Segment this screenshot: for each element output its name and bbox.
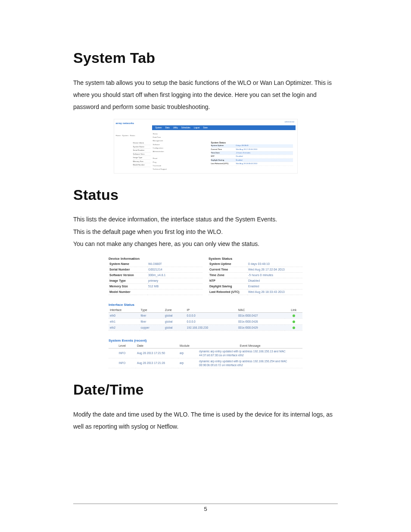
document-page: System Tab The system tab allows you to …	[0, 0, 411, 532]
iface-col-header: Link	[285, 308, 302, 313]
status-row: Time Zone-5 hours 0 minutes	[211, 151, 293, 155]
topnav-item: System	[156, 125, 162, 130]
submenu-item: Software	[153, 143, 172, 146]
iface-row: eth0fiberglobal0.0.0.0001e.f000.0427	[109, 312, 302, 318]
link-up-icon	[293, 314, 295, 317]
topnav-item: Logout	[194, 125, 200, 130]
kv-row: Software Version300m_v4.8.1	[109, 272, 202, 278]
topnav-item: Stats	[165, 125, 170, 130]
kv-row: Image Typeprimary	[109, 278, 202, 283]
screenshot-status: Device Information System NameWLO880TSer…	[109, 256, 302, 368]
link-up-icon	[293, 327, 295, 329]
submenu-item: Status	[153, 132, 172, 136]
interface-status-title: Interface Status	[109, 303, 302, 307]
page-footer: 5	[73, 504, 338, 512]
status-row: NTPDisabled	[211, 155, 293, 158]
system-status-title: System Status	[209, 256, 302, 261]
system-events-title: System Events (recent)	[109, 339, 302, 342]
interface-status-table: InterfaceTypeZoneIPMACLinketh0fibergloba…	[109, 308, 302, 331]
iface-row: eth1fiberglobal0.0.0.0001e.f000.0428	[109, 318, 302, 324]
paragraph-system-tab: The system tab allows you to setup the b…	[73, 77, 338, 113]
topnav-item: Save	[203, 125, 208, 130]
screenshot-system-tab: array networks administrator SystemStats…	[114, 119, 298, 174]
event-row: INFOAug 28 2013 17:21:28arpdynamic arp e…	[109, 358, 302, 368]
kv-row: System Uptime0 days 03:48:10	[209, 261, 302, 267]
kv-row: Model Number	[109, 289, 202, 295]
event-col-header: Module	[178, 343, 198, 348]
page-number: 5	[204, 506, 207, 512]
device-information-table: System NameWLO880TSerial NumberG0021214S…	[109, 261, 202, 295]
topnav-item: Utility	[173, 125, 178, 130]
submenu-item: Date/Time	[153, 136, 172, 139]
submenu-item: Administration	[153, 150, 172, 153]
event-row: INFOAug 28 2013 17:21:50arpdynamic arp e…	[109, 348, 302, 358]
system-status-table: System Uptime0 days 03:48:10Current Time…	[209, 261, 302, 295]
kv-row: Current TimeWed Aug 28 17:22:04 2013	[209, 267, 302, 272]
event-col-header: Event Message	[198, 343, 302, 348]
device-info-label: Image Type	[133, 156, 150, 160]
system-events-table: LevelDateModuleEvent MessageINFOAug 28 2…	[109, 343, 302, 368]
device-information-block: Device Information System NameWLO880TSer…	[109, 256, 202, 295]
submenu-item: Technical Support	[153, 168, 172, 171]
submenu-item: Reset	[153, 157, 172, 160]
device-info-labels: Device InformSystem NameSerial NumberSof…	[133, 141, 150, 167]
device-information-title: Device Information	[109, 256, 202, 261]
device-info-label: System Name	[133, 145, 150, 149]
submenu-item: Configuration	[153, 146, 172, 150]
kv-row: System NameWLO880T	[109, 261, 202, 267]
device-info-label: Software Versi	[133, 152, 150, 156]
device-info-label: Serial Number	[133, 149, 150, 152]
iface-col-header: Type	[140, 308, 164, 313]
paragraph-date-time: Modify the date and time used by the WLO…	[73, 408, 338, 432]
device-info-label: Model Number	[133, 163, 150, 167]
system-status-block: System Status System Uptime0 days 03:48:…	[209, 256, 302, 295]
kv-row: Daylight SavingEnabled	[209, 283, 302, 289]
paragraph-status-2: This is the default page when you first …	[73, 226, 338, 238]
kv-row: NTPDisabled	[209, 278, 302, 283]
status-row: Daylight SavingEnabled	[211, 159, 293, 162]
submenu-item: Traceroute	[153, 164, 172, 168]
system-status-table: System Uptime0 days 03:08:49Current Time…	[211, 144, 293, 166]
breadcrumb: Home : System : Status	[116, 134, 135, 137]
device-info-label: Device Inform	[133, 141, 150, 145]
topnav-item: Schedules	[181, 125, 190, 130]
iface-row: eth2copperglobal192.168.150.230001e.f000…	[109, 324, 302, 330]
status-row: System Uptime0 days 03:08:49	[211, 144, 293, 148]
submenu-item: Ping	[153, 161, 172, 164]
status-row: Last Rebooted (UTC)Wed Aug 28 18:33:43 2…	[211, 162, 293, 165]
panel-title: System Status	[211, 141, 293, 144]
submenu-item	[153, 153, 172, 157]
status-row: Current TimeWed Aug 28 17:20:34 2013	[211, 148, 293, 151]
iface-col-header: Zone	[164, 308, 186, 313]
kv-row: Time Zone-5 hours 0 minutes	[209, 272, 302, 278]
kv-row: Last Rebooted (UTC)Wed Aug 28 18:33:43 2…	[209, 289, 302, 295]
heading-date-time: Date/Time	[73, 381, 338, 398]
kv-row: Memory Size512 MB	[109, 283, 202, 289]
submenu-item: Management	[153, 139, 172, 143]
iface-col-header: IP	[186, 308, 237, 313]
event-col-header: Level	[109, 343, 136, 348]
event-col-header: Date	[136, 343, 178, 348]
paragraph-status-3: You can not make any changes here, as yo…	[73, 238, 338, 250]
kv-row: Serial NumberG0021214	[109, 267, 202, 272]
iface-col-header: MAC	[237, 308, 285, 313]
brand-logo: array networks	[116, 122, 134, 124]
heading-status: Status	[73, 187, 338, 203]
system-status-panel: System Status System Uptime0 days 03:08:…	[211, 141, 293, 166]
link-up-icon	[293, 320, 295, 323]
iface-col-header: Interface	[109, 308, 140, 313]
device-info-label: Memory Size	[133, 160, 150, 164]
paragraph-status-1: This lists the device information, the i…	[73, 214, 338, 225]
top-nav-bar: SystemStatsUtilitySchedulesLogoutSave	[152, 125, 296, 130]
system-submenu: StatusDate/TimeManagementSoftwareConfigu…	[153, 132, 172, 171]
heading-system-tab: System Tab	[73, 50, 338, 66]
admin-label: administrator	[284, 121, 294, 123]
